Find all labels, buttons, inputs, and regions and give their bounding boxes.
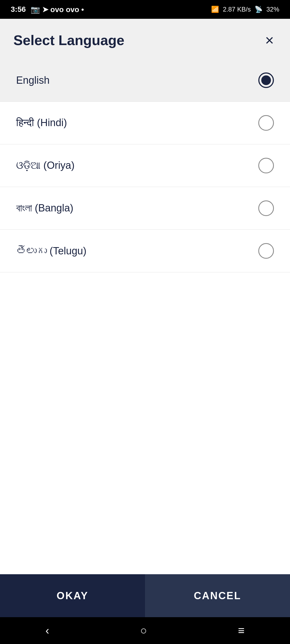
radio-button-telugu[interactable] [258, 243, 274, 259]
wifi-icon: 📡 [255, 6, 263, 13]
language-item-english[interactable]: English [0, 59, 290, 102]
language-label-hindi: हिन्दी (Hindi) [16, 117, 67, 129]
network-speed: 2.87 KB/s [223, 6, 251, 13]
radio-button-oriya[interactable] [258, 158, 274, 173]
close-button[interactable]: × [262, 33, 277, 48]
menu-icon[interactable]: ≡ [238, 624, 245, 637]
signal-icon: 📶 [211, 6, 219, 13]
language-item-telugu[interactable]: తెలుగు (Telugu) [0, 230, 290, 272]
language-item-hindi[interactable]: हिन्दी (Hindi) [0, 102, 290, 144]
language-item-oriya[interactable]: ଓଡ଼ିଆ (Oriya) [0, 144, 290, 187]
nav-bar: ‹ ○ ≡ [0, 617, 290, 644]
dialog-title: Select Language [13, 32, 124, 48]
language-label-oriya: ଓଡ଼ିଆ (Oriya) [16, 160, 75, 171]
cancel-button[interactable]: CANCEL [145, 574, 290, 617]
status-icons: 📷 ➤ ovo ovo • [31, 5, 84, 14]
language-label-telugu: తెలుగు (Telugu) [16, 245, 86, 257]
language-list: English हिन्दी (Hindi) ଓଡ଼ିଆ (Oriya) বাং… [0, 59, 290, 574]
status-time: 3:56 [11, 5, 26, 14]
home-icon[interactable]: ○ [140, 624, 147, 637]
language-item-bangla[interactable]: বাংলা (Bangla) [0, 187, 290, 230]
okay-button[interactable]: OKAY [0, 574, 145, 617]
back-icon[interactable]: ‹ [45, 624, 49, 637]
status-right: 📶 2.87 KB/s 📡 32% [211, 6, 279, 13]
radio-button-hindi[interactable] [258, 115, 274, 131]
radio-button-bangla[interactable] [258, 200, 274, 216]
bottom-buttons: OKAY CANCEL [0, 574, 290, 617]
battery-percent: 32% [266, 6, 279, 13]
status-left: 3:56 📷 ➤ ovo ovo • [11, 5, 84, 14]
main-content: Select Language × English हिन्दी (Hindi)… [0, 19, 290, 617]
radio-inner-english [261, 75, 271, 85]
dialog-header: Select Language × [0, 19, 290, 59]
language-label-english: English [16, 75, 50, 86]
language-label-bangla: বাংলা (Bangla) [16, 202, 73, 214]
status-bar: 3:56 📷 ➤ ovo ovo • 📶 2.87 KB/s 📡 32% [0, 0, 290, 19]
radio-button-english[interactable] [258, 72, 274, 88]
